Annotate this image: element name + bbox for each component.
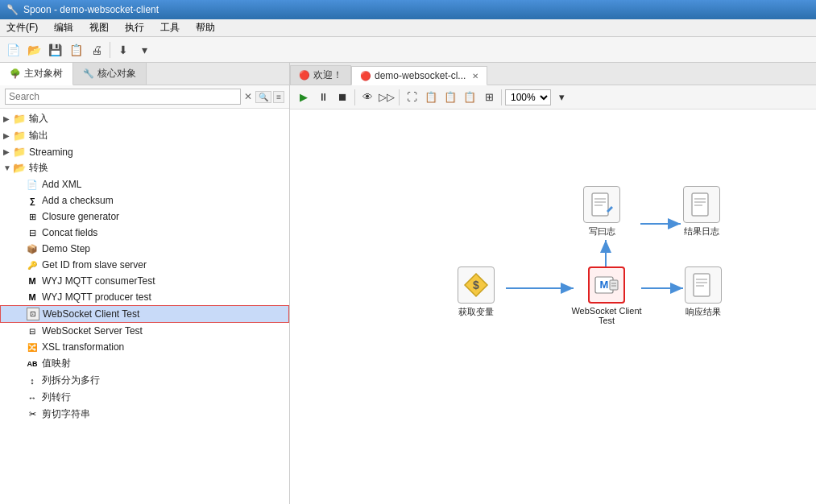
svg-rect-23 [696, 285, 704, 287]
zoom-dropdown[interactable]: ▾ [553, 89, 570, 106]
step-writelog[interactable]: 写曰志 [583, 186, 620, 238]
canvas-toolbar: ▶ ⏸ ⏹ 👁 ▷▷ ⛶ 📋 📋 📋 ⊞ 25% 50% 75% 100% 15… [290, 85, 816, 109]
menu-edit[interactable]: 编辑 [51, 19, 77, 36]
label-closure: Closure generator [42, 211, 119, 222]
label-wsserver: WebSocket Server Test [42, 325, 143, 337]
tab-main-tree[interactable]: 🌳 主对象树 [0, 63, 73, 85]
label-pivot: 列转行 [42, 390, 71, 404]
tree-item-transform[interactable]: ▼ 📂 转换 [0, 159, 289, 176]
search-opt-2[interactable]: ≡ [273, 91, 284, 103]
arrow-output: ▶ [3, 131, 13, 140]
svg-rect-17 [610, 280, 618, 290]
svg-rect-22 [696, 282, 707, 283]
menu-tools[interactable]: 工具 [157, 19, 183, 36]
stop-button[interactable]: ⏹ [333, 89, 351, 106]
pause-button[interactable]: ⏸ [314, 89, 332, 106]
tree-item-mqtt2[interactable]: M WYJ MQTT producer test [0, 289, 289, 305]
tab-demo-websocket[interactable]: 🔴 demo-websocket-cl... ✕ [351, 66, 487, 85]
arrow-transform: ▼ [3, 163, 13, 172]
save-button[interactable]: 💾 [45, 40, 64, 60]
label-input: 输入 [29, 112, 48, 126]
print-button[interactable]: 🖨 [87, 40, 106, 60]
layout3-button[interactable]: 📋 [441, 89, 459, 106]
label-concat: Concat fields [42, 227, 97, 238]
icon-trim: ✂ [26, 408, 39, 421]
svg-rect-8 [594, 204, 603, 206]
tab-core-objects-label: 核心对象 [97, 67, 136, 81]
run-button[interactable]: ▶ [295, 89, 313, 106]
main-toolbar: 📄 📂 💾 📋 🖨 ⬇ ▾ [0, 37, 816, 63]
open-button[interactable]: 📂 [24, 40, 43, 60]
tree-item-concat[interactable]: ⊟ Concat fields [0, 225, 289, 241]
arrow-input: ▶ [3, 114, 13, 123]
search-bar: ✕ 🔍 ≡ [0, 85, 289, 109]
menu-execute[interactable]: 执行 [122, 19, 147, 36]
left-tab-bar: 🌳 主对象树 🔧 核心对象 [0, 63, 289, 85]
menu-view[interactable]: 视图 [86, 19, 112, 36]
label-xsl: XSL transformation [42, 341, 124, 353]
tree-item-wsclient[interactable]: ⊡ WebSocket Client Test [0, 305, 289, 323]
canvas-sep-1 [354, 89, 355, 105]
step-resultlog[interactable]: 结果日志 [683, 186, 720, 238]
menu-bar: 文件(F) 编辑 视图 执行 工具 帮助 [0, 19, 816, 37]
icon-closure: ⊞ [26, 210, 39, 223]
svg-rect-10 [694, 198, 706, 200]
saveas-button[interactable]: 📋 [66, 40, 85, 60]
wsclient-icon-box: M [588, 266, 625, 304]
label-valuemap: 值映射 [42, 357, 71, 370]
demo-tab-close[interactable]: ✕ [472, 72, 478, 81]
layers-dropdown[interactable]: ▾ [135, 40, 154, 60]
layout4-button[interactable]: 📋 [461, 89, 478, 106]
tree-item-input[interactable]: ▶ 📁 输入 [0, 110, 289, 127]
tree-item-addchecksum[interactable]: ∑ Add a checksum [0, 192, 289, 209]
grid-button[interactable]: ⊞ [480, 89, 498, 106]
canvas-sep-2 [399, 89, 400, 105]
tree-container[interactable]: ▶ 📁 输入 ▶ 📁 输出 ▶ 📁 Streaming ▼ 📂 转换 [0, 109, 289, 504]
welcome-tab-icon: 🔴 [299, 70, 310, 81]
step-wsclienttest[interactable]: M WebSocket Client Test [570, 266, 643, 325]
tree-item-splitrows[interactable]: ↕ 列拆分为多行 [0, 372, 289, 389]
tree-item-xsl[interactable]: 🔀 XSL transformation [0, 339, 289, 355]
label-getid: Get ID from slave server [42, 259, 147, 271]
tree-item-addxml[interactable]: 📄 Add XML [0, 176, 289, 192]
layout2-button[interactable]: 📋 [422, 89, 440, 106]
tab-welcome[interactable]: 🔴 欢迎！ [290, 65, 351, 85]
search-opt-1[interactable]: 🔍 [255, 91, 271, 103]
step-getvariable[interactable]: $ 获取变量 [458, 266, 495, 318]
label-wsclient: WebSocket Client Test [43, 308, 139, 320]
svg-text:M: M [600, 279, 609, 291]
tree-item-output[interactable]: ▶ 📁 输出 [0, 127, 289, 144]
tree-item-getid[interactable]: 🔑 Get ID from slave server [0, 257, 289, 273]
step-response[interactable]: 响应结果 [685, 266, 722, 318]
tree-item-trim[interactable]: ✂ 剪切字符串 [0, 406, 289, 423]
tree-item-closure[interactable]: ⊞ Closure generator [0, 209, 289, 225]
tree-item-streaming[interactable]: ▶ 📁 Streaming [0, 144, 289, 159]
tree-item-wsserver[interactable]: ⊟ WebSocket Server Test [0, 323, 289, 339]
icon-mqtt1: M [26, 275, 39, 287]
canvas-area[interactable]: 写曰志 结果日志 $ [290, 109, 816, 504]
search-clear-button[interactable]: ✕ [244, 91, 252, 102]
menu-file[interactable]: 文件(F) [3, 19, 41, 36]
preview-button[interactable]: 👁 [358, 89, 376, 106]
title-text: Spoon - demo-websocket-client [23, 4, 159, 15]
tab-core-objects[interactable]: 🔧 核心对象 [73, 63, 147, 85]
icon-pivot: ↔ [26, 391, 39, 404]
writelog-icon-box [583, 186, 620, 223]
tree-item-pivot[interactable]: ↔ 列转行 [0, 389, 289, 406]
layout1-button[interactable]: ⛶ [403, 89, 420, 106]
tree-item-demostep[interactable]: 📦 Demo Step [0, 241, 289, 257]
icon-splitrows: ↕ [26, 374, 39, 387]
icon-demostep: 📦 [26, 242, 39, 255]
zoom-select[interactable]: 25% 50% 75% 100% 150% 200% [505, 89, 551, 105]
tree-item-mqtt1[interactable]: M WYJ MQTT consumerTest [0, 273, 289, 289]
icon-addchecksum: ∑ [26, 194, 39, 207]
menu-help[interactable]: 帮助 [193, 19, 218, 36]
folder-icon-transform: 📂 [13, 162, 26, 174]
folder-icon-streaming: 📁 [13, 146, 26, 158]
layers-button[interactable]: ⬇ [114, 40, 133, 60]
search-input[interactable] [5, 89, 241, 105]
tree-item-valuemap[interactable]: AB 值映射 [0, 355, 289, 372]
label-addchecksum: Add a checksum [42, 195, 114, 206]
steprun-button[interactable]: ▷▷ [378, 89, 396, 106]
new-button[interactable]: 📄 [3, 40, 23, 60]
